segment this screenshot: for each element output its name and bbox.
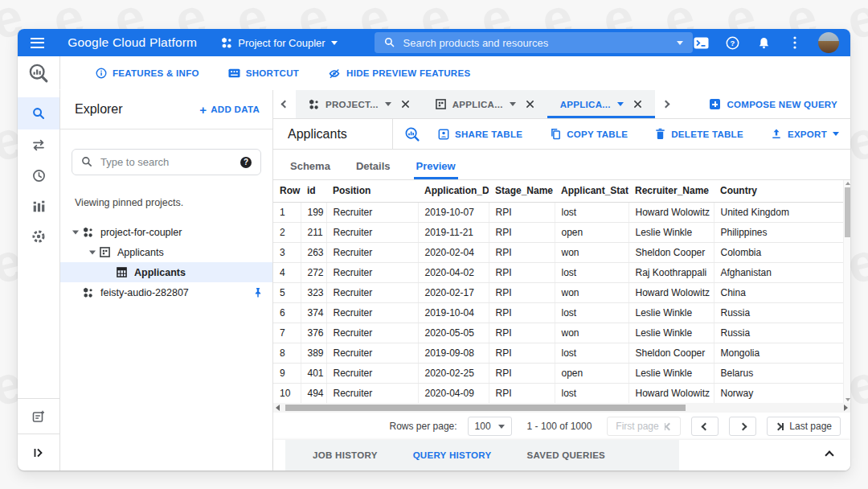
cell-Row: 6 [273,302,301,323]
tree-item-Applicants[interactable]: Applicants [60,262,272,282]
cell-id: 263 [301,242,326,262]
cell-id: 272 [301,262,326,282]
scroll-right-icon[interactable] [844,405,848,411]
cell-id: 401 [301,363,326,383]
pinned-projects-note: Viewing pinned projects. [75,197,258,208]
horizontal-scroll-thumb[interactable] [285,405,686,411]
cell-Country: Philippines [714,222,843,242]
dataset-icon [436,99,446,109]
rail-transfers-icon[interactable] [18,129,59,160]
cell-Country: China [714,282,843,302]
cell-id: 211 [301,222,326,242]
export-button[interactable]: EXPORT [771,128,839,140]
notifications-bell-icon[interactable] [755,35,772,51]
scroll-left-icon[interactable] [276,405,280,411]
query-tab-3[interactable]: APPLICA... [547,90,655,118]
column-header-Country: Country [714,180,843,202]
scroll-down-icon[interactable] [845,398,850,401]
cell-Recruiter_Name: Howard Wolowitz [628,202,714,222]
bottom-tab-query-history[interactable]: QUERY HISTORY [413,450,492,460]
tab-chevron-down-icon[interactable] [617,102,624,106]
cell-Applicant_Status: won [555,282,628,302]
query-tab-label: APPLICA... [560,100,611,109]
query-tab-2[interactable]: APPLICA... [423,90,547,118]
rail-settings-gear-icon[interactable] [18,221,59,252]
cell-Row: 5 [273,282,301,302]
pin-icon[interactable] [253,286,263,298]
expander-caret-down-icon[interactable] [84,249,100,256]
tab-close-icon[interactable] [633,100,642,109]
user-avatar[interactable] [818,32,839,53]
table-toolbar: Applicants SHARE TABLE [273,119,850,150]
detail-tab-schema[interactable]: Schema [288,160,333,179]
more-options-kebab-icon[interactable] [787,35,803,51]
vertical-scrollbar[interactable] [843,180,850,403]
cell-Applicant_Status: lost [555,262,628,282]
tabs-scroll-right-button[interactable] [655,90,678,118]
cell-id: 494 [301,383,326,403]
rail-search-item[interactable] [18,97,59,129]
share-table-button[interactable]: SHARE TABLE [438,129,522,140]
cloud-shell-icon[interactable] [693,35,709,51]
table-row: 3263Recruiter2020-02-04RPIwonSheldon Coo… [273,242,843,262]
rows-per-page-select[interactable]: 100 [468,417,512,436]
help-icon[interactable]: ? [724,35,740,51]
search-icon [384,37,395,48]
cell-Stage_Name: RPI [489,343,555,363]
first-page-label: First page [616,421,658,432]
query-tab-1[interactable]: PROJECT... [296,90,423,118]
tree-item-Applicants[interactable]: Applicants [60,242,272,262]
vertical-scroll-thumb[interactable] [845,187,850,237]
cell-Applicant_Status: lost [555,383,628,403]
previous-page-button[interactable] [691,417,719,436]
search-scope-chevron-icon[interactable] [677,41,683,45]
tab-close-icon[interactable] [526,100,534,109]
global-search-input[interactable]: Search products and resources [375,32,693,53]
add-data-button[interactable]: + ADD DATA [199,104,260,116]
cell-Stage_Name: RPI [489,202,555,222]
project-selector[interactable]: Project for Coupler [221,37,337,49]
explorer-search-input[interactable]: Type to search ? [72,149,261,175]
detail-tab-details[interactable]: Details [354,160,393,179]
expand-panel-icon[interactable] [18,434,59,471]
tab-close-icon[interactable] [401,100,410,109]
bigquery-logo-icon[interactable] [18,56,60,90]
cell-Recruiter_Name: Howard Wolowitz [628,383,714,403]
detail-tab-preview[interactable]: Preview [414,160,458,179]
compose-new-query-button[interactable]: COMPOSE NEW QUERY [697,90,850,118]
explorer-search-placeholder: Type to search [100,156,233,168]
cell-Recruiter_Name: Sheldon Cooper [628,343,714,363]
expander-caret-down-icon[interactable] [68,228,83,236]
history-bottom-bar: JOB HISTORYQUERY HISTORYSAVED QUERIES [273,440,850,471]
tab-chevron-down-icon[interactable] [510,102,516,106]
bottom-tab-saved-queries[interactable]: SAVED QUERIES [526,450,605,460]
shortcut-button[interactable]: SHORTCUT [228,68,299,78]
menu-icon[interactable] [27,33,50,52]
rail-monitoring-icon[interactable] [18,191,59,221]
shortcut-icon [228,68,240,78]
rail-history-clock-icon[interactable] [18,160,59,191]
tabs-scroll-left-button[interactable] [273,90,296,118]
tab-chevron-down-icon[interactable] [385,102,391,106]
next-page-button[interactable] [729,417,756,436]
cell-Position: Recruiter [326,262,418,282]
collapse-panel-chevron-icon[interactable] [826,452,833,458]
tree-item-project-for-coupler[interactable]: project-for-coupler [60,222,272,242]
rows-per-page-value: 100 [475,421,491,432]
copy-table-button[interactable]: COPY TABLE [550,128,628,140]
bottom-tab-job-history[interactable]: JOB HISTORY [313,450,378,460]
rows-per-page-label: Rows per page: [390,421,457,432]
query-editor-note-icon[interactable] [18,398,59,434]
project-icon [83,287,100,298]
scroll-up-icon[interactable] [845,182,850,185]
first-page-button[interactable]: First page [607,417,681,436]
delete-table-button[interactable]: DELETE TABLE [655,128,743,140]
cell-Country: Norway [714,383,843,403]
last-page-button[interactable]: Last page [767,417,841,436]
tree-item-feisty-audio-282807[interactable]: feisty-audio-282807 [60,282,272,302]
hide-preview-features-button[interactable]: HIDE PREVIEW FEATURES [328,68,470,80]
horizontal-scrollbar[interactable] [273,403,850,413]
search-help-icon[interactable]: ? [240,157,252,168]
features-info-button[interactable]: FEATURES & INFO [96,68,199,79]
detail-tabs: SchemaDetailsPreview [273,150,850,180]
